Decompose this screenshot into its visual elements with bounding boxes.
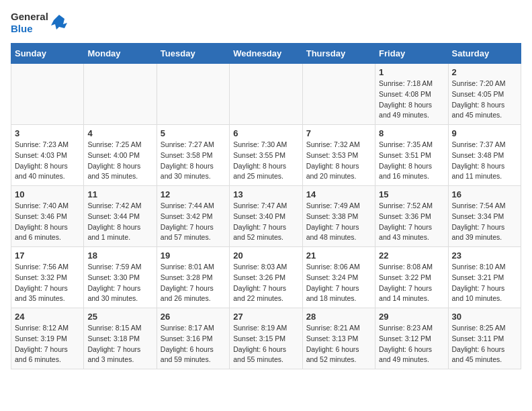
week-row-2: 3Sunrise: 7:23 AM Sunset: 4:03 PM Daylig… (11, 125, 521, 186)
svg-marker-0 (51, 15, 67, 30)
day-info: Sunrise: 8:23 AM Sunset: 3:12 PM Dayligh… (379, 323, 444, 365)
day-info: Sunrise: 7:40 AM Sunset: 3:46 PM Dayligh… (15, 201, 80, 243)
day-info: Sunrise: 8:15 AM Sunset: 3:18 PM Dayligh… (87, 323, 152, 365)
calendar-cell: 12Sunrise: 7:44 AM Sunset: 3:42 PM Dayli… (157, 186, 229, 247)
day-number: 9 (452, 128, 517, 138)
calendar-table: SundayMondayTuesdayWednesdayThursdayFrid… (11, 43, 521, 369)
day-info: Sunrise: 8:19 AM Sunset: 3:15 PM Dayligh… (233, 323, 298, 365)
col-header-sunday: Sunday (11, 44, 84, 64)
logo-bird-icon (50, 13, 69, 32)
day-info: Sunrise: 7:42 AM Sunset: 3:44 PM Dayligh… (87, 201, 152, 243)
calendar-cell: 18Sunrise: 7:59 AM Sunset: 3:30 PM Dayli… (84, 247, 157, 308)
day-number: 20 (233, 250, 298, 261)
calendar-cell: 17Sunrise: 7:56 AM Sunset: 3:32 PM Dayli… (11, 247, 84, 308)
calendar-cell: 9Sunrise: 7:37 AM Sunset: 3:48 PM Daylig… (448, 125, 521, 186)
day-info: Sunrise: 7:30 AM Sunset: 3:55 PM Dayligh… (233, 140, 298, 182)
calendar-cell: 3Sunrise: 7:23 AM Sunset: 4:03 PM Daylig… (11, 125, 84, 186)
calendar-cell: 27Sunrise: 8:19 AM Sunset: 3:15 PM Dayli… (230, 308, 302, 369)
day-number: 15 (379, 189, 444, 199)
calendar-cell: 13Sunrise: 7:47 AM Sunset: 3:40 PM Dayli… (230, 186, 302, 247)
calendar-cell: 15Sunrise: 7:52 AM Sunset: 3:36 PM Dayli… (375, 186, 448, 247)
day-number: 29 (379, 312, 444, 322)
calendar-cell: 16Sunrise: 7:54 AM Sunset: 3:34 PM Dayli… (448, 186, 521, 247)
day-number: 27 (233, 312, 298, 322)
col-header-monday: Monday (84, 44, 157, 64)
day-info: Sunrise: 7:32 AM Sunset: 3:53 PM Dayligh… (306, 140, 371, 182)
day-number: 3 (15, 128, 80, 138)
day-number: 28 (306, 312, 371, 322)
col-header-wednesday: Wednesday (230, 44, 302, 64)
day-number: 19 (161, 250, 226, 261)
col-header-saturday: Saturday (448, 44, 521, 64)
week-row-4: 17Sunrise: 7:56 AM Sunset: 3:32 PM Dayli… (11, 247, 521, 308)
calendar-cell: 25Sunrise: 8:15 AM Sunset: 3:18 PM Dayli… (84, 308, 157, 369)
day-info: Sunrise: 7:27 AM Sunset: 3:58 PM Dayligh… (161, 140, 226, 182)
day-number: 17 (15, 250, 80, 261)
day-number: 21 (306, 250, 371, 261)
day-info: Sunrise: 7:20 AM Sunset: 4:05 PM Dayligh… (452, 79, 517, 121)
calendar-header-row: SundayMondayTuesdayWednesdayThursdayFrid… (11, 44, 521, 64)
calendar-cell (11, 64, 84, 125)
logo-container: General Blue (11, 11, 69, 35)
day-info: Sunrise: 8:21 AM Sunset: 3:13 PM Dayligh… (306, 323, 371, 365)
day-info: Sunrise: 8:08 AM Sunset: 3:22 PM Dayligh… (379, 262, 444, 304)
day-info: Sunrise: 7:44 AM Sunset: 3:42 PM Dayligh… (161, 201, 226, 243)
day-info: Sunrise: 7:54 AM Sunset: 3:34 PM Dayligh… (452, 201, 517, 243)
calendar-cell: 11Sunrise: 7:42 AM Sunset: 3:44 PM Dayli… (84, 186, 157, 247)
calendar-cell: 7Sunrise: 7:32 AM Sunset: 3:53 PM Daylig… (302, 125, 375, 186)
day-info: Sunrise: 8:25 AM Sunset: 3:11 PM Dayligh… (452, 323, 517, 365)
day-number: 13 (233, 189, 298, 199)
calendar-cell: 10Sunrise: 7:40 AM Sunset: 3:46 PM Dayli… (11, 186, 84, 247)
day-number: 6 (233, 128, 298, 138)
calendar-cell: 30Sunrise: 8:25 AM Sunset: 3:11 PM Dayli… (448, 308, 521, 369)
week-row-1: 1Sunrise: 7:18 AM Sunset: 4:08 PM Daylig… (11, 64, 521, 125)
day-number: 7 (306, 128, 371, 138)
calendar-cell: 8Sunrise: 7:35 AM Sunset: 3:51 PM Daylig… (375, 125, 448, 186)
day-info: Sunrise: 7:52 AM Sunset: 3:36 PM Dayligh… (379, 201, 444, 243)
day-number: 10 (15, 189, 80, 199)
calendar-cell: 21Sunrise: 8:06 AM Sunset: 3:24 PM Dayli… (302, 247, 375, 308)
day-number: 23 (452, 250, 517, 261)
calendar-cell: 23Sunrise: 8:10 AM Sunset: 3:21 PM Dayli… (448, 247, 521, 308)
col-header-thursday: Thursday (302, 44, 375, 64)
logo-general: General (11, 11, 48, 23)
calendar-cell: 22Sunrise: 8:08 AM Sunset: 3:22 PM Dayli… (375, 247, 448, 308)
day-number: 1 (379, 67, 444, 77)
calendar-cell (84, 64, 157, 125)
day-info: Sunrise: 8:01 AM Sunset: 3:28 PM Dayligh… (161, 262, 226, 304)
calendar-cell: 14Sunrise: 7:49 AM Sunset: 3:38 PM Dayli… (302, 186, 375, 247)
day-info: Sunrise: 7:56 AM Sunset: 3:32 PM Dayligh… (15, 262, 80, 304)
calendar-cell (302, 64, 375, 125)
day-info: Sunrise: 8:10 AM Sunset: 3:21 PM Dayligh… (452, 262, 517, 304)
day-info: Sunrise: 7:37 AM Sunset: 3:48 PM Dayligh… (452, 140, 517, 182)
calendar-cell: 28Sunrise: 8:21 AM Sunset: 3:13 PM Dayli… (302, 308, 375, 369)
day-number: 2 (452, 67, 517, 77)
calendar-cell: 1Sunrise: 7:18 AM Sunset: 4:08 PM Daylig… (375, 64, 448, 125)
day-number: 24 (15, 312, 80, 322)
day-number: 26 (161, 312, 226, 322)
col-header-friday: Friday (375, 44, 448, 64)
calendar-cell: 2Sunrise: 7:20 AM Sunset: 4:05 PM Daylig… (448, 64, 521, 125)
calendar-cell: 6Sunrise: 7:30 AM Sunset: 3:55 PM Daylig… (230, 125, 302, 186)
day-number: 25 (87, 312, 152, 322)
calendar-cell (230, 64, 302, 125)
day-info: Sunrise: 7:23 AM Sunset: 4:03 PM Dayligh… (15, 140, 80, 182)
day-number: 30 (452, 312, 517, 322)
day-info: Sunrise: 7:49 AM Sunset: 3:38 PM Dayligh… (306, 201, 371, 243)
day-number: 14 (306, 189, 371, 199)
calendar-cell (157, 64, 229, 125)
day-number: 12 (161, 189, 226, 199)
day-info: Sunrise: 8:06 AM Sunset: 3:24 PM Dayligh… (306, 262, 371, 304)
calendar-cell: 20Sunrise: 8:03 AM Sunset: 3:26 PM Dayli… (230, 247, 302, 308)
logo: General Blue (11, 11, 69, 35)
week-row-5: 24Sunrise: 8:12 AM Sunset: 3:19 PM Dayli… (11, 308, 521, 369)
logo-text: General Blue (11, 11, 48, 35)
calendar-cell: 29Sunrise: 8:23 AM Sunset: 3:12 PM Dayli… (375, 308, 448, 369)
logo-blue: Blue (11, 23, 48, 35)
day-number: 11 (87, 189, 152, 199)
calendar-cell: 26Sunrise: 8:17 AM Sunset: 3:16 PM Dayli… (157, 308, 229, 369)
day-info: Sunrise: 8:03 AM Sunset: 3:26 PM Dayligh… (233, 262, 298, 304)
calendar-cell: 24Sunrise: 8:12 AM Sunset: 3:19 PM Dayli… (11, 308, 84, 369)
week-row-3: 10Sunrise: 7:40 AM Sunset: 3:46 PM Dayli… (11, 186, 521, 247)
day-info: Sunrise: 7:47 AM Sunset: 3:40 PM Dayligh… (233, 201, 298, 243)
